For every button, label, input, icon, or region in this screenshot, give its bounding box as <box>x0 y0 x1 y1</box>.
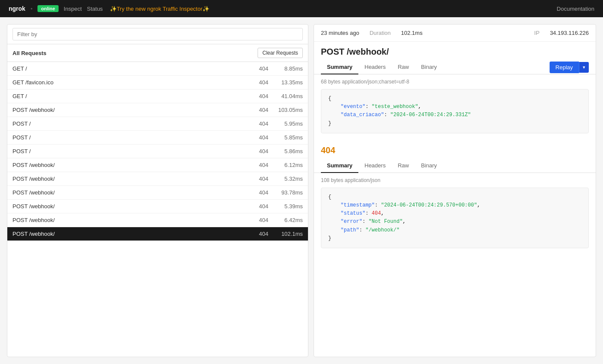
request-row[interactable]: POST /webhook/ 404 5.32ms <box>7 172 308 186</box>
request-duration: 5.85ms <box>268 134 303 141</box>
request-row[interactable]: POST /webhook/ 404 103.05ms <box>7 103 308 117</box>
request-method-path: POST /webhook/ <box>12 162 247 168</box>
nav-inspect[interactable]: Inspect <box>64 6 82 12</box>
req-evento-val: "teste_webhook" <box>372 104 418 110</box>
request-status: 404 <box>247 93 268 99</box>
request-status: 404 <box>247 65 268 72</box>
request-duration: 5.86ms <box>268 148 303 154</box>
request-status: 404 <box>247 203 268 210</box>
response-tab-binary[interactable]: Binary <box>415 159 443 173</box>
request-row[interactable]: GET / 404 41.04ms <box>7 89 308 103</box>
detail-duration-label: Duration <box>370 30 391 36</box>
request-row[interactable]: POST / 404 5.85ms <box>7 131 308 145</box>
request-duration: 6.42ms <box>268 217 303 223</box>
request-method-path: POST /webhook/ <box>12 203 247 210</box>
res-error-key: "error" <box>341 219 362 225</box>
nav-docs[interactable]: Documentation <box>557 6 594 12</box>
request-row[interactable]: POST /webhook/ 404 6.42ms <box>7 213 308 227</box>
request-duration: 8.85ms <box>268 65 303 72</box>
request-duration: 41.04ms <box>268 93 303 99</box>
request-tab-raw[interactable]: Raw <box>392 60 415 74</box>
request-method-path: POST /webhook/ <box>12 217 247 223</box>
request-status: 404 <box>247 134 268 141</box>
req-data-key: "data_criacao" <box>341 112 384 118</box>
request-status: 404 <box>247 79 268 86</box>
requests-title: All Requests <box>12 50 47 56</box>
replay-dropdown-button[interactable]: ▾ <box>579 62 589 73</box>
request-duration: 6.12ms <box>268 162 303 168</box>
request-status: 404 <box>247 148 268 154</box>
request-duration: 102.1ms <box>268 231 303 237</box>
request-row[interactable]: POST /webhook/ 404 5.39ms <box>7 200 308 213</box>
response-content-meta: 108 bytes application/json <box>314 173 596 188</box>
request-method-path: POST / <box>12 134 247 141</box>
request-row[interactable]: POST /webhook/ 404 102.1ms <box>7 227 308 241</box>
res-error-val: "Not Found" <box>369 219 403 225</box>
request-row[interactable]: POST / 404 5.86ms <box>7 145 308 158</box>
detail-duration: 102.1ms <box>401 30 423 36</box>
right-panel: 23 minutes ago Duration 102.1ms IP 34.19… <box>314 24 596 357</box>
requests-header: All Requests Clear Requests <box>7 44 308 62</box>
request-duration: 13.35ms <box>268 79 303 86</box>
replay-btn-group: Replay ▾ <box>550 62 589 73</box>
detail-meta: 23 minutes ago Duration 102.1ms IP 34.19… <box>314 25 596 42</box>
filter-bar <box>7 25 308 44</box>
request-row[interactable]: POST /webhook/ 404 93.78ms <box>7 186 308 200</box>
res-path-val: "/webhook/" <box>365 227 399 233</box>
nav-promo[interactable]: ✨Try the new ngrok Traffic Inspector✨ <box>110 6 209 12</box>
response-tab-headers[interactable]: Headers <box>358 159 392 173</box>
request-tab-binary[interactable]: Binary <box>415 60 443 74</box>
request-duration: 5.32ms <box>268 176 303 182</box>
response-status-title: 404 <box>314 140 596 159</box>
request-method-path: POST /webhook/ <box>12 231 247 237</box>
top-nav: ngrok • online Inspect Status ✨Try the n… <box>0 0 603 17</box>
response-tabs-row: Summary Headers Raw Binary <box>314 159 596 173</box>
res-status-key: "status" <box>341 210 366 216</box>
nav-dot: • <box>31 6 33 12</box>
request-method-path: POST /webhook/ <box>12 176 247 182</box>
filter-input[interactable] <box>12 28 303 40</box>
request-row[interactable]: POST /webhook/ 404 6.12ms <box>7 158 308 172</box>
request-row[interactable]: GET /favicon.ico 404 13.35ms <box>7 76 308 89</box>
request-row[interactable]: POST / 404 5.95ms <box>7 117 308 131</box>
req-evento-key: "evento" <box>341 104 366 110</box>
request-method-path: GET / <box>12 65 247 72</box>
request-content-meta: 68 bytes application/json;charset=utf-8 <box>314 74 596 89</box>
response-body-code: { "timestamp": "2024-06-24T00:24:29.570+… <box>321 188 589 248</box>
request-duration: 93.78ms <box>268 189 303 196</box>
request-row[interactable]: GET / 404 8.85ms <box>7 62 308 76</box>
res-path-key: "path" <box>341 227 359 233</box>
request-status: 404 <box>247 107 268 113</box>
clear-requests-button[interactable]: Clear Requests <box>258 48 303 58</box>
nav-status[interactable]: Status <box>87 6 103 12</box>
detail-ip-label: IP <box>534 30 539 36</box>
request-method-path: GET /favicon.ico <box>12 79 247 86</box>
request-method-path: POST /webhook/ <box>12 189 247 196</box>
detail-ip: 34.193.116.226 <box>550 30 589 36</box>
request-tabs-row: Summary Headers Raw Binary Replay ▾ <box>314 60 596 74</box>
req-data-val: "2024-06-24T00:24:29.331Z" <box>390 112 471 118</box>
request-title: POST /webhook/ <box>314 42 596 60</box>
request-status: 404 <box>247 217 268 223</box>
request-body-code: { "evento": "teste_webhook", "data_criac… <box>321 89 589 133</box>
request-duration: 5.39ms <box>268 203 303 210</box>
detail-time-ago: 23 minutes ago <box>321 30 359 36</box>
online-badge: online <box>37 5 58 12</box>
request-duration: 5.95ms <box>268 120 303 127</box>
res-timestamp-key: "timestamp" <box>341 202 375 208</box>
res-status-val: 404 <box>372 210 381 216</box>
request-status: 404 <box>247 120 268 127</box>
request-method-path: POST / <box>12 120 247 127</box>
request-duration: 103.05ms <box>268 107 303 113</box>
request-method-path: GET / <box>12 93 247 99</box>
request-method-path: POST / <box>12 148 247 154</box>
request-status: 404 <box>247 176 268 182</box>
left-panel: All Requests Clear Requests GET / 404 8.… <box>7 24 308 357</box>
request-method-path: POST /webhook/ <box>12 107 247 113</box>
request-tab-headers[interactable]: Headers <box>358 60 392 74</box>
response-tab-summary[interactable]: Summary <box>321 159 358 173</box>
response-tab-raw[interactable]: Raw <box>392 159 415 173</box>
request-tab-summary[interactable]: Summary <box>321 60 358 74</box>
replay-button[interactable]: Replay <box>550 62 579 73</box>
request-status: 404 <box>247 231 268 237</box>
